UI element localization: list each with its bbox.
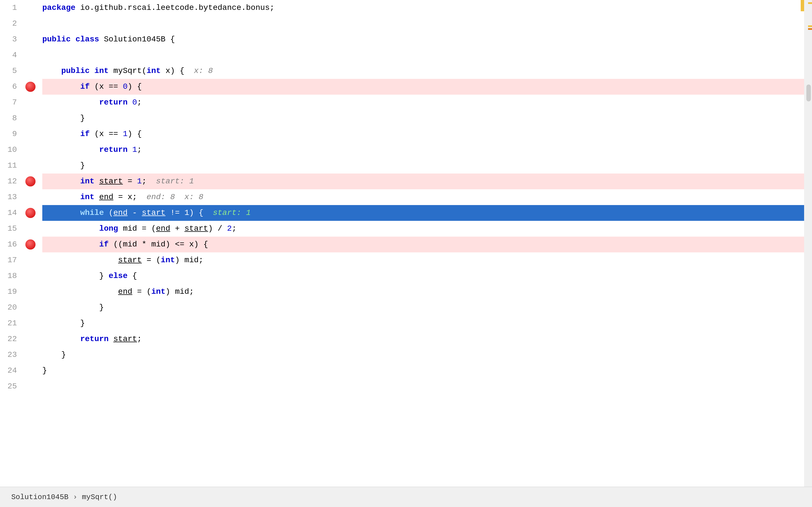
token-classname-3: Solution1045B { — [99, 32, 175, 47]
token-start-12: start — [99, 173, 123, 189]
token-indent-11 — [42, 158, 80, 173]
token-cond-6: (x == — [90, 79, 123, 95]
line-num-7: 7 — [0, 95, 17, 110]
breadcrumb-class: Solution1045B — [11, 493, 68, 501]
code-line-7: return 0; — [42, 95, 804, 110]
scrollbar-thumb[interactable] — [806, 84, 811, 101]
token-return-7: return — [99, 95, 128, 110]
token-hint-5: x: 8 — [194, 63, 213, 79]
breakpoint-6[interactable] — [26, 82, 36, 92]
line-num-8: 8 — [0, 110, 17, 126]
token-indent-17 — [42, 252, 118, 268]
token-space-12 — [94, 173, 99, 189]
token-two-15: 2 — [227, 221, 232, 237]
token-end-14: end — [113, 205, 128, 221]
line-num-17: 17 — [0, 252, 17, 268]
token-space-3a — [71, 32, 75, 47]
code-line-20: } — [42, 300, 804, 316]
line-num-6: 6 — [0, 79, 17, 95]
token-brace-18: { — [128, 268, 137, 284]
token-indent-16 — [42, 237, 99, 252]
token-indent-10 — [42, 142, 99, 158]
token-long-15: long — [99, 221, 118, 237]
token-int-13: int — [80, 189, 94, 205]
scrollbar[interactable] — [804, 0, 812, 487]
line-num-19: 19 — [0, 284, 17, 300]
token-indent-19 — [42, 284, 118, 300]
token-close-23: } — [61, 347, 66, 363]
token-indent-12 — [42, 173, 80, 189]
token-close-18: } — [99, 268, 109, 284]
code-line-15: long mid = (end + start) / 2; — [42, 221, 804, 237]
line-num-5: 5 — [0, 63, 17, 79]
code-line-3: public class Solution1045B { — [42, 32, 804, 47]
token-package: package — [42, 0, 75, 16]
token-pkg-name: io.github.rscai.leetcode.bytedance.bonus… — [75, 0, 274, 16]
line-num-21: 21 — [0, 316, 17, 331]
token-assign-13: = x; — [113, 189, 137, 205]
token-hint-13: end: 8 x: 8 — [137, 189, 203, 205]
token-brace-6: ) { — [128, 79, 142, 95]
code-line-13: int end = x; end: 8 x: 8 — [42, 189, 804, 205]
token-indent-15 — [42, 221, 99, 237]
code-line-24: } — [42, 363, 804, 379]
token-one-14: 1 — [185, 205, 189, 221]
code-line-4 — [42, 47, 804, 63]
token-brace-9: ) { — [128, 126, 142, 142]
code-line-12: int start = 1; start: 1 — [42, 173, 804, 189]
token-indent-20 — [42, 300, 99, 316]
token-indent-5 — [42, 63, 61, 79]
code-line-14: while (end - start != 1) { start: 1 — [42, 205, 804, 221]
line-num-9: 9 — [0, 126, 17, 142]
line-num-15: 15 — [0, 221, 17, 237]
code-area: 1 2 3 4 5 6 7 8 9 10 11 12 13 14 15 16 1… — [0, 0, 812, 487]
breakpoint-14[interactable] — [26, 208, 36, 218]
code-line-11: } — [42, 158, 804, 173]
token-int-17: int — [161, 252, 175, 268]
token-int-19: int — [151, 284, 165, 300]
code-line-16: if ((mid * mid) <= x) { — [42, 237, 804, 252]
token-space-10 — [128, 142, 132, 158]
token-while-14: while — [80, 205, 104, 221]
line-num-25: 25 — [0, 379, 17, 394]
token-method-5: mySqrt( — [109, 63, 146, 79]
token-semi-12: ; — [142, 173, 147, 189]
line-num-24: 24 — [0, 363, 17, 379]
line-num-3: 3 — [0, 32, 17, 47]
token-cast-19: ) mid; — [165, 284, 194, 300]
line-num-23: 23 — [0, 347, 17, 363]
editor-container: 1 2 3 4 5 6 7 8 9 10 11 12 13 14 15 16 1… — [0, 0, 812, 507]
token-zero-6: 0 — [123, 79, 128, 95]
token-cast-17: ) mid; — [175, 252, 204, 268]
token-if-9: if — [80, 126, 90, 142]
token-end-15: end — [156, 221, 170, 237]
token-div-15: ) / — [208, 221, 227, 237]
token-int-param-5: int — [147, 63, 161, 79]
line-num-13: 13 — [0, 189, 17, 205]
token-indent-8 — [42, 110, 80, 126]
token-public-3: public — [42, 32, 71, 47]
token-close-21: } — [80, 316, 85, 331]
code-line-25 — [42, 379, 804, 394]
token-hint-12: start: 1 — [147, 173, 194, 189]
token-start-22: start — [113, 331, 137, 347]
line-num-11: 11 — [0, 158, 17, 173]
line-num-12: 12 — [0, 173, 17, 189]
scrollbar-mark-mid2 — [808, 28, 812, 30]
token-else-18: else — [109, 268, 128, 284]
gutter — [22, 0, 40, 487]
token-indent-22 — [42, 331, 80, 347]
token-indent-14 — [42, 205, 80, 221]
code-line-1: package io.github.rscai.leetcode.bytedan… — [42, 0, 804, 16]
token-param-5: x) { — [161, 63, 194, 79]
token-indent-23 — [42, 347, 61, 363]
breakpoint-12[interactable] — [26, 176, 36, 186]
code-line-5: public int mySqrt(int x) { x: 8 — [42, 63, 804, 79]
breakpoint-16[interactable] — [26, 239, 36, 249]
code-line-17: start = (int) mid; — [42, 252, 804, 268]
code-line-22: return start; — [42, 331, 804, 347]
token-hint-14: start: 1 — [203, 205, 251, 221]
line-num-18: 18 — [0, 268, 17, 284]
token-indent-7 — [42, 95, 99, 110]
line-numbers: 1 2 3 4 5 6 7 8 9 10 11 12 13 14 15 16 1… — [0, 0, 22, 487]
